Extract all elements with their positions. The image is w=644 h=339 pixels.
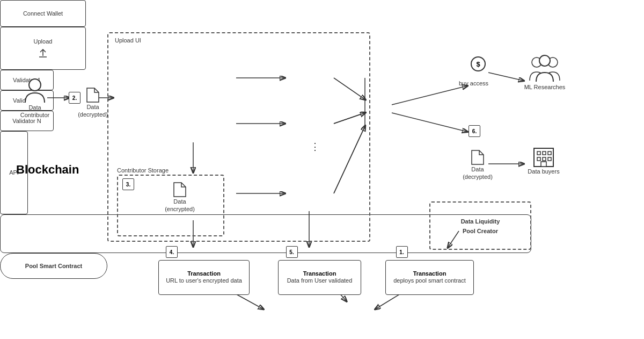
step6-badge: 6. [469, 125, 480, 137]
step3-badge: 3. [122, 178, 134, 190]
svg-rect-37 [541, 162, 546, 167]
svg-point-24 [29, 79, 41, 91]
transaction5-box: Transaction Data from User validated [278, 260, 361, 295]
svg-rect-34 [537, 157, 540, 161]
data-encrypted-label: Data (encrypted) [165, 198, 195, 213]
file-icon-buyers [471, 149, 485, 165]
upload-ui-label: Upload UI [115, 37, 141, 44]
step4-badge: 4. [166, 246, 178, 258]
data-encrypted-node: Data (encrypted) [158, 182, 201, 213]
transaction1-box: Transaction deploys pool smart contract [385, 260, 474, 295]
svg-rect-36 [548, 157, 551, 161]
svg-point-29 [539, 55, 550, 66]
step1-badge: 1. [396, 246, 408, 258]
transaction4-node: 4. Transaction URL to user's encrypted d… [158, 246, 250, 295]
upload-box[interactable]: Upload [0, 27, 86, 70]
transaction5-sub: Data from User validated [287, 277, 353, 284]
data-decrypted-label: Data (decrypted) [78, 103, 108, 119]
pool-smart-contract-box: Pool Smart Contract [0, 253, 107, 279]
step5-badge: 5. [286, 246, 298, 258]
transaction4-sub: URL to user's encrypted data [166, 277, 242, 284]
svg-line-13 [488, 73, 523, 81]
data-buyers-node: Data buyers [525, 144, 562, 175]
file-icon-encrypted [173, 182, 187, 198]
dlp-creator-label: Data Liquidity Pool Creator [461, 218, 500, 234]
data-decrypted-contributor-node: Data (decrypted) [79, 87, 106, 119]
file-icon-contributor [86, 87, 100, 103]
svg-rect-31 [537, 152, 540, 155]
transaction5-title: Transaction [303, 270, 336, 277]
upload-label: Upload [34, 38, 53, 45]
validator-dots: ⋮ [310, 141, 320, 153]
data-decrypted-buyers-label: Data (decrypted) [463, 165, 493, 181]
transaction5-node: 5. Transaction Data from User validated [278, 246, 361, 295]
transaction4-title: Transaction [187, 270, 221, 277]
svg-rect-33 [548, 152, 551, 155]
connect-wallet-label: Connect Wallet [23, 10, 63, 17]
group-icon-researches [529, 54, 561, 83]
dlp-creator-box: Data Liquidity Pool Creator [429, 201, 531, 250]
dollar-circle-node: $ [465, 56, 492, 71]
svg-rect-32 [543, 152, 546, 155]
transaction1-title: Transaction [413, 270, 447, 277]
building-icon [532, 144, 555, 168]
data-decrypted-buyers-node: Data (decrypted) [462, 149, 494, 181]
data-contributor-label: Data Contributor [16, 104, 54, 119]
ml-researches-label: ML Researches [524, 83, 566, 91]
dollar-icon: $ [471, 56, 486, 71]
step2-badge: 2. [69, 92, 80, 104]
transaction1-sub: deploys pool smart contract [393, 277, 466, 284]
transaction4-box: Transaction URL to user's encrypted data [158, 260, 250, 295]
blockchain-label: Blockchain [16, 163, 79, 177]
transaction1-node: 1. Transaction deploys pool smart contra… [385, 246, 474, 295]
data-buyers-label: Data buyers [528, 168, 559, 175]
pool-smart-contract-label: Pool Smart Contract [25, 262, 82, 270]
person-icon [23, 78, 47, 104]
ml-researches-node: ML Researches [523, 54, 566, 91]
contributor-storage-label: Contributor Storage [117, 167, 169, 174]
svg-line-12 [392, 113, 467, 132]
svg-rect-35 [543, 157, 546, 161]
buy-access-label: buy access [459, 80, 488, 87]
data-contributor-node: Data Contributor [16, 78, 54, 119]
upload-icon [37, 47, 49, 59]
svg-line-11 [392, 86, 467, 105]
connect-wallet-box[interactable]: Connect Wallet [0, 0, 86, 27]
